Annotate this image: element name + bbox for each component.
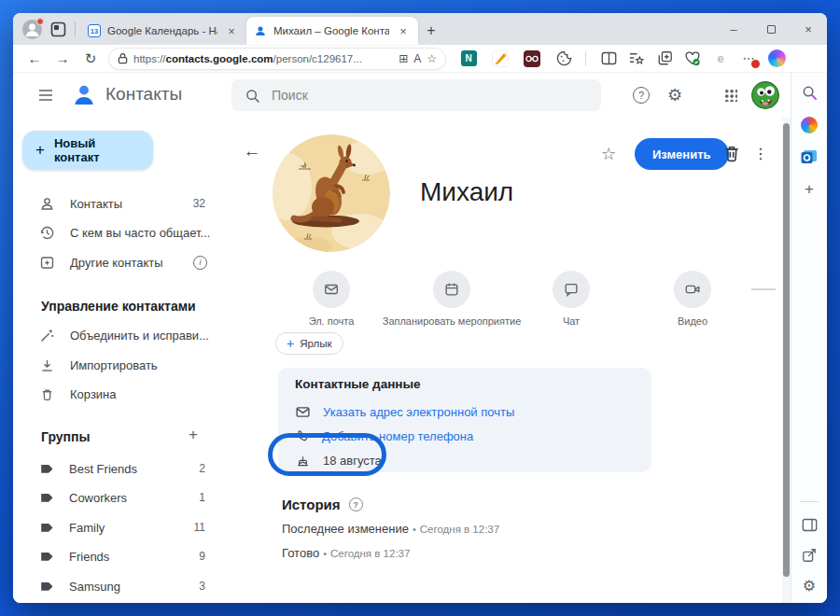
lock-icon	[118, 52, 128, 64]
edit-contact-button[interactable]: Изменить	[635, 138, 729, 170]
sidebar-group-samsung[interactable]: Samsung 3	[13, 572, 228, 600]
search-bar[interactable]	[231, 79, 601, 111]
close-window-button[interactable]: ×	[790, 13, 827, 45]
titlebar-divider	[75, 21, 76, 36]
extension-glasses[interactable]	[521, 48, 543, 70]
contact-avatar[interactable]	[273, 134, 390, 252]
microsoft365-icon[interactable]	[801, 117, 818, 133]
split-screen-button[interactable]	[596, 48, 621, 70]
open-external-icon[interactable]	[802, 548, 817, 563]
add-group-icon[interactable]: +	[189, 426, 198, 444]
new-contact-button[interactable]: + Новый контакт	[22, 131, 153, 170]
favorite-contact-star-icon[interactable]: ☆	[595, 141, 622, 167]
settings-and-more-button[interactable]: ⋯	[736, 48, 761, 70]
calendar-favicon: 13	[88, 24, 101, 37]
back-button[interactable]: ←	[22, 48, 47, 70]
contacts-body: + Новый контакт Контакты 32	[13, 118, 827, 603]
reload-button[interactable]: ↻	[78, 48, 103, 70]
add-email-link[interactable]: Указать адрес электронной почты	[323, 405, 514, 419]
sidebar-item-merge-fix[interactable]: Объединить и исправи...	[13, 321, 228, 349]
sidebar-search-icon[interactable]	[802, 85, 818, 101]
search-input[interactable]	[272, 88, 552, 103]
page-tools-icon[interactable]: ⊞	[399, 52, 408, 65]
account-avatar[interactable]	[751, 81, 779, 109]
chat-icon	[563, 281, 580, 298]
page-scrollbar[interactable]	[782, 118, 791, 603]
add-sidebar-app-button[interactable]: +	[805, 180, 814, 199]
sidebar-group-best-friends[interactable]: Best Friends 2	[13, 455, 228, 483]
sidebar-item-other-contacts[interactable]: Другие контакты i	[13, 248, 228, 276]
sidebar-group-coworkers[interactable]: Coworkers 1	[13, 483, 228, 511]
groups-heading: Группы	[41, 429, 90, 444]
email-action-circle[interactable]	[313, 271, 350, 308]
delete-contact-icon[interactable]	[721, 142, 743, 164]
toggle-sidebar-icon[interactable]	[802, 518, 818, 532]
card-title: Контактные данные	[295, 377, 635, 391]
extension-cookie[interactable]	[553, 48, 575, 70]
browser-profile-avatar[interactable]	[22, 20, 42, 39]
extension-orange[interactable]	[489, 48, 511, 70]
sidebar-item-frequent[interactable]: С кем вы часто общает...	[13, 218, 228, 246]
back-button-contact[interactable]: ←	[237, 136, 267, 166]
collections-button[interactable]	[652, 48, 677, 70]
contacts-logo[interactable]	[71, 82, 97, 108]
schedule-action-circle[interactable]	[433, 271, 470, 308]
sidebar-item-trash[interactable]: Корзина	[13, 380, 228, 408]
new-tab-button[interactable]: +	[418, 17, 444, 45]
history-row-modified: Последнее изменение•Сегодня в 12:37	[282, 522, 499, 536]
history-heading: История ?	[282, 497, 363, 512]
video-camera-icon	[684, 281, 701, 298]
close-tab-icon[interactable]: ×	[224, 23, 239, 38]
extension-e-disabled[interactable]: e	[708, 48, 733, 70]
more-options-kebab-icon[interactable]: ⋮	[750, 141, 771, 165]
read-aloud-icon[interactable]: A	[413, 52, 421, 65]
label-tag-icon	[39, 461, 54, 476]
scrollbar-thumb[interactable]	[783, 123, 790, 577]
close-tab-icon[interactable]: ×	[396, 23, 411, 38]
history-clock-icon	[39, 225, 55, 241]
sidebar-group-family[interactable]: Family 11	[13, 513, 228, 541]
split-screen-icon	[601, 51, 617, 65]
profile-notification-dot	[36, 18, 44, 25]
contacts-sidebar: + Новый контакт Контакты 32	[13, 118, 228, 603]
outlook-icon[interactable]	[801, 149, 818, 164]
extension-n[interactable]: N	[457, 48, 480, 70]
sidebar-settings-gear-icon[interactable]: ⚙	[803, 579, 816, 594]
calendar-icon	[443, 281, 460, 298]
add-label-chip[interactable]: + Ярлык	[275, 332, 343, 355]
tab-title: Михаил – Google Контакты	[273, 25, 389, 36]
email-icon	[295, 404, 311, 420]
url-text: https://contacts.google.com/person/c1296…	[133, 53, 393, 64]
sidebar-item-contacts[interactable]: Контакты 32	[13, 189, 228, 217]
browser-essentials-button[interactable]	[680, 48, 705, 70]
copilot-icon[interactable]	[768, 49, 786, 67]
tab-google-contacts[interactable]: Михаил – Google Контакты ×	[246, 17, 418, 45]
favorites-button[interactable]	[624, 48, 649, 70]
google-contacts-page: + ⚙ Контакты	[13, 73, 827, 603]
favorite-star-icon[interactable]: ☆	[427, 52, 437, 65]
workspaces-icon[interactable]	[50, 21, 66, 37]
minimize-button[interactable]: –	[715, 13, 752, 45]
forward-button[interactable]: →	[50, 48, 75, 70]
sidebar-group-friends[interactable]: Friends 9	[13, 542, 228, 570]
settings-gear-icon[interactable]: ⚙	[667, 85, 682, 105]
tab-google-calendar[interactable]: 13 Google Календарь - Настройки ×	[80, 17, 246, 45]
sidebar-item-import[interactable]: Импортировать	[13, 351, 228, 379]
history-help-icon[interactable]: ?	[349, 497, 363, 511]
address-bar[interactable]: https://contacts.google.com/person/c1296…	[108, 48, 446, 70]
glasses-extension-icon	[524, 50, 540, 67]
info-icon[interactable]: i	[193, 256, 207, 270]
main-menu-icon[interactable]	[37, 87, 54, 104]
add-email-row[interactable]: Указать адрес электронной почты	[295, 399, 635, 424]
google-apps-grid-icon[interactable]	[724, 89, 737, 102]
chat-action-circle[interactable]	[553, 271, 590, 308]
action-video[interactable]: Видео	[613, 271, 772, 327]
maximize-button[interactable]	[752, 13, 790, 45]
search-icon	[245, 88, 260, 104]
video-action-circle[interactable]	[674, 271, 711, 308]
sidebar-divider	[800, 501, 819, 502]
person-icon	[39, 196, 55, 212]
help-icon[interactable]: ?	[633, 87, 650, 104]
cookie-extension-icon	[556, 50, 572, 66]
history-row-done: Готово•Сегодня в 12:37	[282, 546, 410, 560]
